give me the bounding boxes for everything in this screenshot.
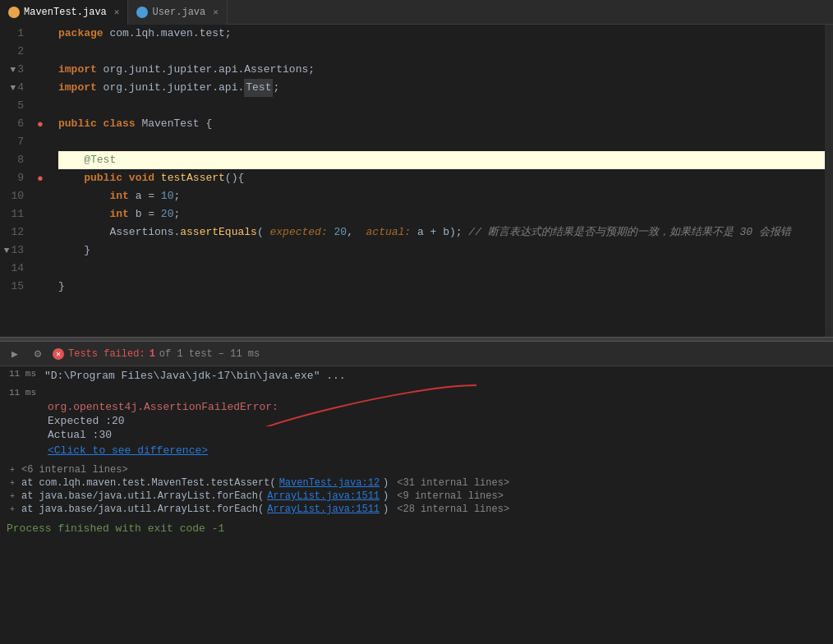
error-class: org.opentest4j.AssertionFailedError:: [48, 401, 826, 413]
gutter-line-6: ●: [37, 115, 52, 133]
empty-output: [41, 385, 833, 390]
expand-icon-3[interactable]: +: [7, 504, 18, 515]
time-11ms-1: 11 ms: [0, 366, 41, 379]
gutter: ● ●: [37, 25, 52, 337]
line-num-10: 10: [0, 187, 30, 205]
code-line-7: [58, 133, 825, 151]
tab-label-user: User.java: [152, 7, 205, 18]
diff-link[interactable]: <Click to see difference>: [48, 444, 208, 457]
stack-suffix-3a: ): [383, 504, 389, 515]
annotation-test: @Test: [58, 151, 116, 169]
stack-line-1: + at com.lqh.maven.test.MavenTest.testAs…: [0, 476, 833, 490]
stack-prefix-1: at com.lqh.maven.test.MavenTest.testAsse…: [21, 477, 276, 489]
code-line-9: public void testAssert(){: [58, 169, 825, 187]
process-finish-text: Process finished with exit code -1: [7, 522, 224, 535]
line-num-13: ▼13: [0, 242, 30, 260]
stack-link-1[interactable]: MavenTest.java:12: [279, 477, 380, 489]
line-num-8: 8: [0, 151, 30, 169]
line-num-2: 2: [0, 43, 30, 61]
time-11ms-2: 11 ms: [0, 385, 41, 398]
code-line-8: @Test: [58, 151, 825, 169]
stack-suffix-2a: ): [383, 490, 389, 502]
test-status-badge: ✕ Tests failed: 1 of 1 test – 11 ms: [53, 348, 260, 360]
tab-close-maven[interactable]: ✕: [114, 7, 120, 17]
code-editor[interactable]: package com.lqh.maven.test; import org.j…: [52, 25, 825, 337]
stack-internal-3: <28 internal lines>: [397, 504, 509, 515]
run-toolbar-icon[interactable]: ▶: [7, 346, 23, 362]
tab-label-maven: MavenTest.java: [24, 7, 107, 18]
cmd-line: "D:\Program Files\Java\jdk-17\bin\java.e…: [44, 368, 830, 384]
code-line-15: }: [58, 278, 825, 296]
stack-line-3: + at java.base/java.util.ArrayList.forEa…: [0, 503, 833, 516]
stack-line-2: + at java.base/java.util.ArrayList.forEa…: [0, 490, 833, 503]
expand-icon-1[interactable]: +: [7, 477, 18, 489]
line-num-1: 1: [0, 25, 30, 43]
editor-area: 1 2 ▼3 ▼4 5 6 7 8 9 10 11 12 ▼13 14 15 ●: [0, 25, 833, 337]
actual-value: Actual :30: [48, 429, 826, 441]
output-row-cmd: 11 ms "D:\Program Files\Java\jdk-17\bin\…: [0, 366, 833, 385]
expected-value: Expected :20: [48, 415, 826, 427]
run-icon-9[interactable]: ●: [37, 172, 44, 185]
line-num-3: ▼3: [0, 61, 30, 79]
stack-suffix-1: ): [383, 477, 389, 489]
code-line-3: import org.junit.jupiter.api.Assertions;: [58, 61, 825, 79]
stack-internal-1: <31 internal lines>: [397, 477, 509, 489]
tab-user-java[interactable]: User.java ✕: [128, 0, 227, 25]
code-line-14: [58, 260, 825, 278]
stack-prefix-2: at java.base/java.util.ArrayList.forEach…: [21, 490, 264, 502]
expand-icon-collapsed[interactable]: +: [7, 464, 18, 476]
tab-icon-maven: [8, 7, 20, 18]
error-section: org.opentest4j.AssertionFailedError: Exp…: [0, 398, 833, 460]
settings-toolbar-icon[interactable]: ⚙: [30, 346, 46, 362]
collapse-icon-13[interactable]: ▼: [4, 242, 10, 260]
line-num-15: 15: [0, 278, 30, 296]
run-icon-6[interactable]: ●: [37, 118, 44, 131]
collapsed-label: <6 internal lines>: [21, 464, 128, 476]
code-line-1: package com.lqh.maven.test;: [58, 25, 825, 43]
diff-link-container: <Click to see difference>: [48, 444, 826, 457]
code-line-4: import org.junit.jupiter.api.Test;: [58, 79, 825, 97]
gutter-line-9: ●: [37, 169, 52, 187]
code-line-6: public class MavenTest {: [58, 115, 825, 133]
line-num-11: 11: [0, 205, 30, 223]
tab-icon-user: [136, 7, 148, 18]
fail-count: 1: [150, 348, 155, 360]
code-line-2: [58, 43, 825, 61]
code-line-11: int b = 20;: [58, 205, 825, 223]
line-num-9: 9: [0, 169, 30, 187]
stack-collapsed-header: + <6 internal lines>: [0, 463, 833, 476]
output-row-empty: 11 ms: [0, 385, 833, 398]
collapse-icon-4[interactable]: ▼: [11, 79, 16, 97]
vertical-scrollbar[interactable]: [825, 25, 833, 337]
line-num-12: 12: [0, 223, 30, 242]
cmd-output: "D:\Program Files\Java\jdk-17\bin\java.e…: [41, 366, 833, 385]
line-num-6: 6: [0, 115, 30, 133]
code-line-5: [58, 97, 825, 115]
process-finish-line: Process finished with exit code -1: [0, 516, 833, 541]
line-num-4: ▼4: [0, 79, 30, 97]
stack-link-2[interactable]: ArrayList.java:1511: [267, 490, 380, 502]
code-line-13: }: [58, 242, 825, 260]
code-line-10: int a = 10;: [58, 187, 825, 205]
line-numbers: 1 2 ▼3 ▼4 5 6 7 8 9 10 11 12 ▼13 14 15: [0, 25, 37, 337]
kw-package: package: [58, 25, 109, 43]
line-num-14: 14: [0, 260, 30, 278]
code-line-12: Assertions.assertEquals( expected: 20, a…: [58, 223, 825, 242]
stack-link-3[interactable]: ArrayList.java:1511: [267, 504, 380, 515]
tab-close-user[interactable]: ✕: [213, 7, 219, 17]
stack-trace-section: + <6 internal lines> + at com.lqh.maven.…: [0, 463, 833, 516]
bottom-panel-output: 11 ms "D:\Program Files\Java\jdk-17\bin\…: [0, 366, 833, 644]
stack-prefix-3: at java.base/java.util.ArrayList.forEach…: [21, 504, 264, 515]
stack-internal-2: <9 internal lines>: [397, 490, 504, 502]
line-num-7: 7: [0, 133, 30, 151]
tab-bar: MavenTest.java ✕ User.java ✕: [0, 0, 833, 25]
fail-detail: of 1 test – 11 ms: [159, 348, 260, 360]
fail-label: Tests failed:: [68, 348, 145, 360]
fail-icon: ✕: [53, 348, 64, 360]
expand-icon-2[interactable]: +: [7, 490, 18, 502]
tab-maven-test[interactable]: MavenTest.java ✕: [0, 0, 128, 25]
line-num-5: 5: [0, 97, 30, 115]
panel-toolbar: ▶ ⚙ ✕ Tests failed: 1 of 1 test – 11 ms: [0, 342, 833, 366]
collapse-icon-3[interactable]: ▼: [11, 61, 16, 79]
